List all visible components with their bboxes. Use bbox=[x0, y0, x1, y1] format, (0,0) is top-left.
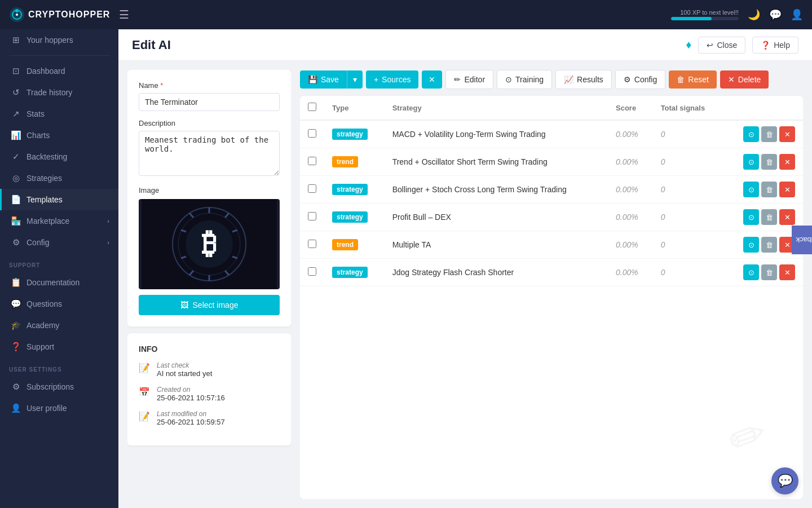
save-label: Save bbox=[321, 75, 339, 84]
editor-label: Editor bbox=[464, 75, 485, 84]
feedback-tab[interactable]: Feedback bbox=[791, 226, 812, 254]
view-btn-3[interactable]: ⊙ bbox=[743, 209, 759, 225]
info-card: INFO 📝 Last check AI not started yet 📅 C… bbox=[127, 333, 291, 445]
row-checkbox-1[interactable] bbox=[308, 157, 316, 165]
close-arrow-icon: ↩ bbox=[707, 41, 713, 50]
svg-text:₿: ₿ bbox=[202, 227, 217, 260]
svg-point-2 bbox=[15, 9, 19, 12]
hamburger-icon[interactable]: ☰ bbox=[119, 8, 129, 21]
row-checkbox-3[interactable] bbox=[308, 212, 316, 220]
table-row: strategy Jdog Strategy Flash Crash Short… bbox=[300, 259, 803, 286]
sidebar-item-strategies[interactable]: ◎ Strategies bbox=[0, 167, 118, 189]
edit-btn-5[interactable]: 🗑 bbox=[761, 264, 777, 280]
delete-btn-3[interactable]: ✕ bbox=[779, 209, 795, 225]
diamond-icon: ♦ bbox=[686, 38, 691, 51]
strategy-name-0: MACD + Volatility Long-Term Swing Tradin… bbox=[385, 120, 608, 148]
sidebar-item-user-profile[interactable]: 👤 User profile bbox=[0, 397, 118, 419]
delete-btn-2[interactable]: ✕ bbox=[779, 182, 795, 197]
name-group: Name * bbox=[139, 81, 280, 111]
save-button-main[interactable]: 💾 Save bbox=[300, 70, 347, 89]
total-5: 0 bbox=[653, 259, 723, 286]
marketplace-icon: 🏪 bbox=[11, 216, 21, 226]
sidebar-item-dashboard[interactable]: ⊡ Dashboard bbox=[0, 60, 118, 82]
edit-btn-2[interactable]: 🗑 bbox=[761, 182, 777, 197]
reset-button[interactable]: 🗑 Reset bbox=[669, 70, 717, 89]
delete-button[interactable]: ✕ Delete bbox=[720, 70, 769, 89]
sidebar-label-trade-history: Trade history bbox=[27, 88, 72, 97]
sidebar-item-trade-history[interactable]: ↺ Trade history bbox=[0, 82, 118, 103]
sidebar-item-charts[interactable]: 📊 Charts bbox=[0, 125, 118, 146]
description-textarea[interactable]: Meanest trading bot of the world. bbox=[139, 131, 280, 176]
xp-bar bbox=[671, 17, 739, 20]
table-head: Type Strategy Score Total signals bbox=[300, 96, 803, 120]
sidebar-item-subscriptions[interactable]: ⚙ Subscriptions bbox=[0, 376, 118, 397]
reset-icon: 🗑 bbox=[677, 75, 685, 84]
last-check-value: AI not started yet bbox=[157, 369, 212, 378]
close-x-button[interactable]: ✕ bbox=[422, 70, 442, 89]
edit-btn-1[interactable]: 🗑 bbox=[761, 154, 777, 170]
sidebar-item-your-hoppers[interactable]: ⊞ Your hoppers bbox=[0, 29, 118, 51]
xp-progress: 100 XP to next level!! bbox=[671, 9, 739, 20]
view-btn-5[interactable]: ⊙ bbox=[743, 264, 759, 280]
sidebar-item-marketplace[interactable]: 🏪 Marketplace › bbox=[0, 210, 118, 232]
edit-btn-4[interactable]: 🗑 bbox=[761, 237, 777, 253]
training-button[interactable]: ⊙ Training bbox=[497, 70, 552, 89]
user-nav-icon[interactable]: 👤 bbox=[791, 8, 803, 21]
score-2: 0.00% bbox=[608, 176, 653, 204]
sidebar-label-marketplace: Marketplace bbox=[27, 217, 69, 226]
table-row: strategy Profit Bull – DEX 0.00% 0 ⊙ 🗑 ✕ bbox=[300, 204, 803, 231]
strategy-name-1: Trend + Oscillator Short Term Swing Trad… bbox=[385, 148, 608, 176]
sidebar: ⊞ Your hoppers ⊡ Dashboard ↺ Trade histo… bbox=[0, 29, 118, 508]
row-checkbox-0[interactable] bbox=[308, 129, 316, 138]
row-checkbox-4[interactable] bbox=[308, 240, 316, 248]
score-3: 0.00% bbox=[608, 204, 653, 231]
type-badge-2: strategy bbox=[332, 184, 368, 195]
logo[interactable]: CRYPTOHOPPER bbox=[9, 7, 110, 23]
theme-toggle-icon[interactable]: 🌙 bbox=[748, 8, 760, 21]
delete-btn-0[interactable]: ✕ bbox=[779, 126, 795, 142]
save-button[interactable]: 💾 Save ▾ bbox=[300, 70, 363, 89]
config-button[interactable]: ⚙ Config bbox=[615, 70, 665, 89]
type-badge-1: trend bbox=[332, 156, 358, 167]
chat-bubble[interactable]: 💬 bbox=[771, 467, 798, 494]
left-panel: Name * Description Meanest trading bot o… bbox=[127, 70, 291, 499]
table-body: strategy MACD + Volatility Long-Term Swi… bbox=[300, 120, 803, 286]
sources-button[interactable]: + Sources bbox=[366, 70, 419, 89]
help-button[interactable]: ❓ Help bbox=[752, 37, 798, 54]
close-button[interactable]: ↩ Close bbox=[698, 37, 745, 54]
edit-btn-3[interactable]: 🗑 bbox=[761, 209, 777, 225]
name-input[interactable] bbox=[139, 93, 280, 111]
main-content: Edit AI ♦ ↩ Close ❓ Help bbox=[118, 29, 812, 508]
view-btn-0[interactable]: ⊙ bbox=[743, 126, 759, 142]
delete-btn-1[interactable]: ✕ bbox=[779, 154, 795, 170]
score-1: 0.00% bbox=[608, 148, 653, 176]
sidebar-item-backtesting[interactable]: ✓ Backtesting bbox=[0, 146, 118, 167]
view-btn-2[interactable]: ⊙ bbox=[743, 182, 759, 197]
delete-btn-5[interactable]: ✕ bbox=[779, 264, 795, 280]
save-caret[interactable]: ▾ bbox=[347, 70, 363, 89]
chat-nav-icon[interactable]: 💬 bbox=[769, 8, 782, 21]
view-btn-4[interactable]: ⊙ bbox=[743, 237, 759, 253]
sidebar-label-questions: Questions bbox=[27, 299, 62, 308]
results-button[interactable]: 📈 Results bbox=[555, 70, 612, 89]
type-badge-0: strategy bbox=[332, 129, 368, 140]
editor-button[interactable]: ✏ Editor bbox=[445, 70, 493, 89]
sidebar-item-stats[interactable]: ↗ Stats bbox=[0, 103, 118, 125]
sidebar-item-documentation[interactable]: 📋 Documentation bbox=[0, 272, 118, 293]
edit-btn-0[interactable]: 🗑 bbox=[761, 126, 777, 142]
row-checkbox-2[interactable] bbox=[308, 184, 316, 193]
sidebar-item-config[interactable]: ⚙ Config › bbox=[0, 232, 118, 253]
select-image-button[interactable]: 🖼 Select image bbox=[139, 295, 280, 315]
select-all-checkbox[interactable] bbox=[308, 103, 316, 111]
last-modified-icon: 📝 bbox=[139, 411, 150, 422]
sidebar-item-support[interactable]: ❓ Support bbox=[0, 336, 118, 357]
sidebar-item-questions[interactable]: 💬 Questions bbox=[0, 293, 118, 315]
editor-icon: ✏ bbox=[454, 75, 461, 84]
sidebar-item-academy[interactable]: 🎓 Academy bbox=[0, 315, 118, 336]
row-checkbox-5[interactable] bbox=[308, 267, 316, 276]
created-on-icon: 📅 bbox=[139, 387, 150, 397]
view-btn-1[interactable]: ⊙ bbox=[743, 154, 759, 170]
last-modified-label: Last modified on bbox=[157, 410, 225, 418]
sidebar-item-templates[interactable]: 📄 Templates bbox=[0, 189, 118, 210]
xp-text: 100 XP to next level!! bbox=[680, 9, 739, 16]
